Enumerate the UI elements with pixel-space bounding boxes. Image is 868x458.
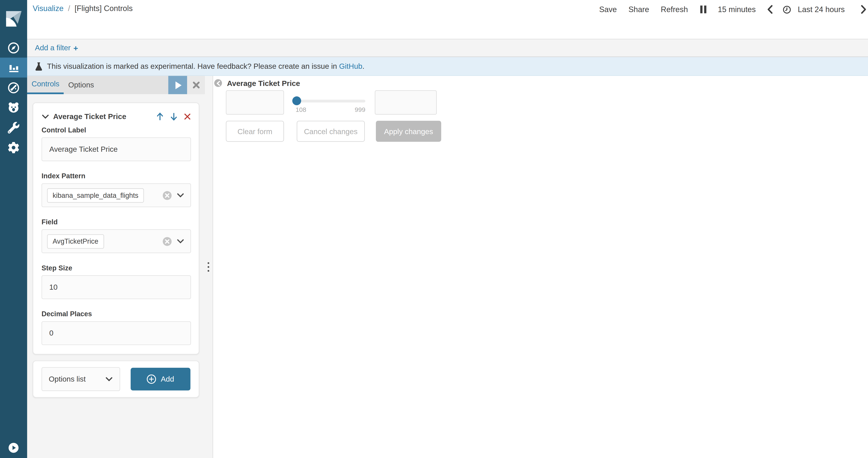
arrow-up-icon bbox=[156, 112, 164, 120]
compass-icon bbox=[7, 41, 20, 54]
app-sidebar bbox=[0, 0, 27, 458]
clear-form-button[interactable]: Clear form bbox=[226, 121, 284, 142]
play-triangle-icon bbox=[175, 81, 181, 89]
range-control: 108 999 bbox=[226, 90, 437, 115]
time-forward-chevron-icon[interactable] bbox=[861, 5, 866, 14]
sidebar-item-timelion[interactable] bbox=[0, 97, 27, 117]
preview-control-title: Average Ticket Price bbox=[227, 79, 300, 87]
move-control-up-button[interactable] bbox=[156, 112, 164, 120]
step-size-label: Step Size bbox=[41, 264, 191, 272]
tab-controls[interactable]: Controls bbox=[27, 76, 64, 94]
chevron-down-icon bbox=[41, 114, 50, 119]
collapse-nav-button[interactable] bbox=[0, 442, 27, 453]
sidebar-nav bbox=[0, 37, 27, 157]
delete-x-icon bbox=[184, 113, 191, 120]
collapse-control-chevron[interactable] bbox=[41, 114, 50, 119]
range-min-input[interactable] bbox=[226, 90, 284, 115]
chevron-down-icon bbox=[177, 193, 184, 197]
editor-tab-bar: Controls Options bbox=[27, 76, 205, 94]
plus-circle-icon bbox=[147, 374, 156, 384]
discard-changes-button[interactable] bbox=[187, 76, 205, 94]
save-button[interactable]: Save bbox=[599, 5, 617, 14]
sidebar-item-devtools[interactable] bbox=[0, 117, 27, 137]
index-pattern-label: Index Pattern bbox=[41, 172, 191, 180]
breadcrumb-separator: / bbox=[68, 4, 70, 13]
clock-icon bbox=[783, 5, 791, 13]
collapse-chevron-left-icon bbox=[216, 81, 220, 86]
breadcrumb-current-page: [Flights] Controls bbox=[74, 4, 132, 13]
time-back-chevron-icon[interactable] bbox=[767, 5, 773, 14]
editor-panel: Controls Options bbox=[27, 76, 213, 458]
clear-x-icon bbox=[165, 239, 169, 243]
kibana-logo[interactable] bbox=[0, 0, 27, 37]
slider-track[interactable] bbox=[293, 100, 365, 102]
gauge-icon bbox=[7, 81, 20, 94]
panel-resizer-handle[interactable] bbox=[208, 262, 209, 272]
slider-max-label: 999 bbox=[355, 106, 365, 113]
gear-icon bbox=[8, 142, 20, 153]
time-range-button[interactable]: Last 24 hours bbox=[783, 5, 845, 14]
control-label-input[interactable] bbox=[41, 137, 191, 161]
index-pattern-dropdown-chevron[interactable] bbox=[177, 193, 184, 197]
wrench-icon bbox=[8, 122, 20, 133]
refresh-button[interactable]: Refresh bbox=[661, 5, 688, 14]
plus-icon: + bbox=[73, 43, 78, 53]
step-size-input[interactable] bbox=[41, 275, 191, 299]
main-area: Visualize / [Flights] Controls Save Shar… bbox=[27, 0, 868, 458]
editor-panel-body: Average Ticket Price bbox=[27, 94, 213, 398]
filter-bar: Add a filter+ bbox=[27, 39, 868, 57]
apply-changes-play-button[interactable] bbox=[168, 76, 187, 94]
pause-autorefresh-icon[interactable] bbox=[700, 5, 706, 13]
field-label: Field bbox=[41, 218, 191, 226]
collapse-play-circle-icon bbox=[8, 442, 19, 453]
breadcrumb-visualize-link[interactable]: Visualize bbox=[33, 4, 64, 13]
apply-changes-button[interactable]: Apply changes bbox=[376, 121, 441, 142]
delete-control-button[interactable] bbox=[184, 113, 191, 120]
sidebar-item-dashboard[interactable] bbox=[0, 78, 27, 97]
range-max-input[interactable] bbox=[375, 90, 437, 115]
sidebar-item-discover[interactable] bbox=[0, 37, 27, 58]
control-actions bbox=[156, 112, 191, 120]
slider-min-label: 108 bbox=[296, 106, 306, 113]
control-title: Average Ticket Price bbox=[53, 112, 156, 120]
move-control-down-button[interactable] bbox=[170, 112, 178, 120]
cancel-changes-button[interactable]: Cancel changes bbox=[297, 121, 365, 142]
workspace: Controls Options bbox=[27, 76, 868, 458]
sidebar-item-management[interactable] bbox=[0, 137, 27, 157]
github-link[interactable]: GitHub bbox=[339, 62, 363, 70]
index-pattern-pill: kibana_sample_data_flights bbox=[47, 188, 144, 203]
index-pattern-combobox[interactable]: kibana_sample_data_flights bbox=[41, 183, 191, 207]
chevron-down-icon bbox=[105, 377, 113, 381]
chevron-down-icon bbox=[177, 239, 184, 244]
control-label-label: Control Label bbox=[41, 126, 191, 134]
sidebar-item-visualize[interactable] bbox=[0, 58, 27, 78]
range-slider: 108 999 bbox=[293, 90, 365, 115]
top-header: Visualize / [Flights] Controls Save Shar… bbox=[27, 0, 868, 39]
close-x-icon bbox=[192, 82, 199, 89]
control-type-select[interactable]: Options list bbox=[41, 367, 120, 391]
add-control-card: Options list Add bbox=[33, 361, 199, 398]
arrow-down-icon bbox=[170, 112, 178, 120]
field-pill: AvgTicketPrice bbox=[47, 234, 104, 248]
experimental-banner: This visualization is marked as experime… bbox=[27, 57, 868, 76]
tab-options[interactable]: Options bbox=[64, 76, 98, 94]
decimal-places-label: Decimal Places bbox=[41, 310, 191, 318]
add-control-button[interactable]: Add bbox=[131, 368, 190, 391]
add-filter-link[interactable]: Add a filter+ bbox=[35, 43, 78, 53]
field-clear-button[interactable] bbox=[163, 237, 172, 246]
slider-thumb[interactable] bbox=[292, 96, 301, 105]
control-card: Average Ticket Price bbox=[33, 102, 199, 355]
field-dropdown-chevron[interactable] bbox=[177, 239, 184, 244]
banner-text: This visualization is marked as experime… bbox=[47, 62, 365, 70]
control-card-header: Average Ticket Price bbox=[41, 110, 191, 123]
preview-form-buttons: Clear form Cancel changes Apply changes bbox=[226, 121, 441, 142]
breadcrumb: Visualize / [Flights] Controls bbox=[33, 4, 133, 13]
share-button[interactable]: Share bbox=[628, 5, 649, 14]
collapse-editor-button[interactable] bbox=[214, 79, 222, 87]
index-pattern-clear-button[interactable] bbox=[163, 191, 172, 200]
clear-x-icon bbox=[165, 193, 169, 197]
decimal-places-input[interactable] bbox=[41, 321, 191, 345]
kibana-logo-icon bbox=[5, 10, 22, 27]
refresh-interval-button[interactable]: 15 minutes bbox=[718, 5, 756, 14]
field-combobox[interactable]: AvgTicketPrice bbox=[41, 229, 191, 253]
